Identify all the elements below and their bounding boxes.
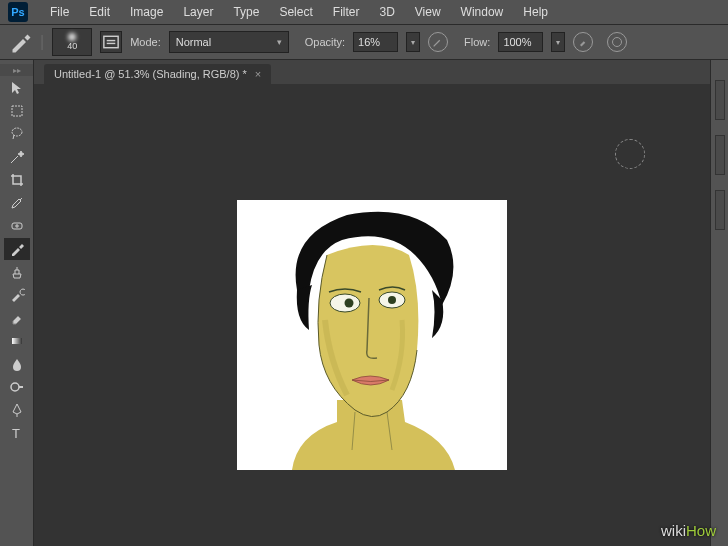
history-brush-tool[interactable]: [4, 284, 30, 306]
opacity-label: Opacity:: [305, 36, 345, 48]
svg-point-10: [345, 299, 354, 308]
brush-preset-picker[interactable]: 40: [52, 28, 92, 56]
app-logo: Ps: [8, 2, 28, 22]
blur-tool[interactable]: [4, 353, 30, 375]
document-tabs: Untitled-1 @ 51.3% (Shading, RGB/8) * ×: [34, 60, 710, 84]
flow-input[interactable]: 100%: [498, 32, 543, 52]
clone-stamp-tool[interactable]: [4, 261, 30, 283]
watermark-wiki: wiki: [661, 522, 686, 539]
svg-point-7: [11, 383, 19, 391]
svg-point-12: [388, 296, 396, 304]
tool-preset-icon[interactable]: [8, 30, 32, 54]
opacity-value: 16%: [358, 36, 380, 48]
pen-tool[interactable]: [4, 399, 30, 421]
artwork: [237, 200, 507, 470]
opacity-pressure-icon[interactable]: [428, 32, 448, 52]
document-canvas[interactable]: [237, 200, 507, 470]
move-tool[interactable]: [4, 77, 30, 99]
canvas-viewport[interactable]: [34, 84, 710, 546]
tools-panel: ▸▸ T: [0, 60, 34, 546]
options-bar: | 40 Mode: Normal Opacity: 16% ▾ Flow: 1…: [0, 24, 728, 60]
menu-help[interactable]: Help: [513, 1, 558, 23]
menu-file[interactable]: File: [40, 1, 79, 23]
watermark-how: How: [686, 522, 716, 539]
menu-window[interactable]: Window: [451, 1, 514, 23]
brush-cursor-icon: [615, 139, 645, 169]
menubar: Ps File Edit Image Layer Type Select Fil…: [0, 0, 728, 24]
menu-filter[interactable]: Filter: [323, 1, 370, 23]
crop-tool[interactable]: [4, 169, 30, 191]
marquee-tool[interactable]: [4, 100, 30, 122]
lasso-tool[interactable]: [4, 123, 30, 145]
menu-3d[interactable]: 3D: [369, 1, 404, 23]
tab-close-icon[interactable]: ×: [255, 68, 261, 80]
canvas-area: Untitled-1 @ 51.3% (Shading, RGB/8) * ×: [34, 60, 710, 546]
svg-rect-6: [12, 338, 22, 344]
mode-label: Mode:: [130, 36, 161, 48]
menu-view[interactable]: View: [405, 1, 451, 23]
workspace: ▸▸ T Untitled-1 @ 51.3% (Shading, RGB/8)…: [0, 60, 728, 546]
dodge-tool[interactable]: [4, 376, 30, 398]
magic-wand-tool[interactable]: [4, 146, 30, 168]
opacity-input[interactable]: 16%: [353, 32, 398, 52]
menu-edit[interactable]: Edit: [79, 1, 120, 23]
airbrush-icon[interactable]: [573, 32, 593, 52]
menu-select[interactable]: Select: [269, 1, 322, 23]
dock-panel-1[interactable]: [715, 80, 725, 120]
flow-label: Flow:: [464, 36, 490, 48]
type-tool[interactable]: T: [4, 422, 30, 444]
blend-mode-select[interactable]: Normal: [169, 31, 289, 53]
gradient-tool[interactable]: [4, 330, 30, 352]
brush-tool[interactable]: [4, 238, 30, 260]
flow-dropdown[interactable]: ▾: [551, 32, 565, 52]
dock-panel-2[interactable]: [715, 135, 725, 175]
right-dock: [710, 60, 728, 546]
menu-type[interactable]: Type: [223, 1, 269, 23]
svg-point-4: [12, 128, 22, 136]
healing-brush-tool[interactable]: [4, 215, 30, 237]
svg-text:T: T: [12, 426, 20, 441]
app-logo-text: Ps: [11, 6, 24, 18]
toolbar-collapse[interactable]: ▸▸: [0, 64, 33, 76]
eraser-tool[interactable]: [4, 307, 30, 329]
dock-panel-3[interactable]: [715, 190, 725, 230]
svg-rect-3: [12, 106, 22, 116]
menu-layer[interactable]: Layer: [173, 1, 223, 23]
document-tab[interactable]: Untitled-1 @ 51.3% (Shading, RGB/8) * ×: [44, 64, 271, 84]
svg-rect-0: [104, 36, 118, 47]
tab-title: Untitled-1 @ 51.3% (Shading, RGB/8) *: [54, 68, 247, 80]
opacity-dropdown[interactable]: ▾: [406, 32, 420, 52]
menu-image[interactable]: Image: [120, 1, 173, 23]
watermark: wikiHow: [661, 522, 716, 540]
brush-panel-toggle[interactable]: [100, 31, 122, 53]
eyedropper-tool[interactable]: [4, 192, 30, 214]
brush-size-value: 40: [67, 41, 77, 51]
tablet-pressure-icon[interactable]: [607, 32, 627, 52]
mode-value: Normal: [176, 36, 211, 48]
flow-value: 100%: [503, 36, 531, 48]
